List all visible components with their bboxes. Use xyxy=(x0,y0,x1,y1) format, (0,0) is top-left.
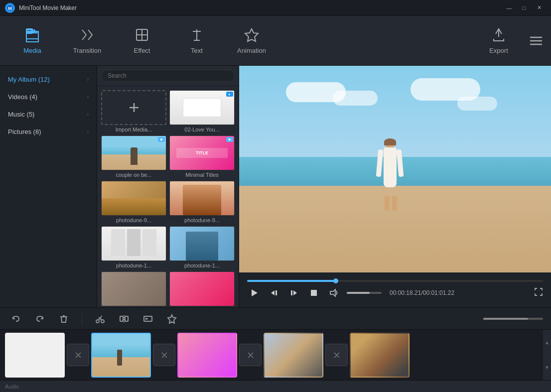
step-backward-button[interactable] xyxy=(267,286,281,300)
media-thumb-minimal: TITLE ▶ xyxy=(169,135,235,170)
list-item[interactable]: photodune-1... xyxy=(169,226,235,268)
import-media-thumb[interactable] xyxy=(101,90,166,125)
step-forward-button[interactable] xyxy=(287,286,301,300)
list-item[interactable]: photodune-9... xyxy=(101,181,166,223)
list-item[interactable]: ▶ couple on be... xyxy=(101,135,166,178)
svg-marker-18 xyxy=(271,290,275,295)
media-thumb-photo4 xyxy=(169,226,235,261)
delete-button[interactable] xyxy=(56,311,72,327)
app-title: MiniTool Movie Maker xyxy=(19,4,77,11)
undo-button[interactable] xyxy=(8,311,24,327)
video-controls: 00:00:18.21/00:01:01.22 xyxy=(239,272,551,307)
sidebar-item-videos[interactable]: Videos (4) › xyxy=(0,88,97,106)
timeline-transition-1[interactable] xyxy=(67,344,89,366)
media-label-minimal: Minimal Titles xyxy=(169,172,235,178)
volume-button[interactable] xyxy=(327,286,341,300)
titlebar: M MiniTool Movie Maker — □ ✕ xyxy=(0,0,551,16)
timeline-transition-2[interactable] xyxy=(153,344,175,366)
video-canvas xyxy=(239,66,551,272)
timeline-transition-4[interactable] xyxy=(325,344,348,366)
redo-button[interactable] xyxy=(32,311,48,327)
fullscreen-button[interactable] xyxy=(534,287,543,298)
toolbar-export[interactable]: Export xyxy=(471,18,526,63)
toolbar-media-label: Media xyxy=(23,47,41,54)
toolbar-text-label: Text xyxy=(191,47,203,54)
media-thumb-partial2 xyxy=(169,271,235,306)
list-item[interactable]: Import Media... xyxy=(101,90,166,132)
list-item[interactable]: photodune-1... xyxy=(101,226,166,268)
list-item[interactable]: TITLE ▶ Minimal Titles xyxy=(169,135,235,178)
svg-text:▶: ▶ xyxy=(229,93,231,96)
timeline-scrollbar: ▲ ▼ xyxy=(543,330,551,380)
media-thumb-02love: ▶ xyxy=(169,90,235,125)
text-overlay-button[interactable] xyxy=(140,311,156,327)
list-item[interactable] xyxy=(169,271,235,306)
split-button[interactable] xyxy=(116,311,132,327)
timeline-scroll-down[interactable]: ▼ xyxy=(543,355,551,381)
sidebar: My Album (12) › Videos (4) › Music (5) ›… xyxy=(0,66,97,307)
volume-slider[interactable] xyxy=(347,292,382,294)
svg-marker-20 xyxy=(293,290,297,295)
search-input[interactable] xyxy=(101,70,235,82)
sidebar-chevron-album: › xyxy=(87,77,89,82)
media-thumb-photo1 xyxy=(101,181,166,216)
list-item[interactable]: ▶ 02-Love You... xyxy=(169,90,235,132)
list-item[interactable]: photodune-9... xyxy=(169,181,235,223)
window-controls: — □ ✕ xyxy=(502,3,546,13)
sidebar-chevron-videos: › xyxy=(87,94,89,100)
stop-button[interactable] xyxy=(307,286,321,300)
maximize-button[interactable]: □ xyxy=(517,3,531,13)
media-label-photo1: photodune-9... xyxy=(101,217,166,223)
play-button[interactable] xyxy=(247,286,261,300)
video-preview: 00:00:18.21/00:01:01.22 xyxy=(239,66,551,307)
timeline-clip-3[interactable] xyxy=(177,333,237,378)
main-toolbar: Media Transition Effect Text Animation xyxy=(0,16,551,66)
cut-button[interactable] xyxy=(92,311,108,327)
toolbar-transition-label: Transition xyxy=(73,47,102,54)
progress-bar[interactable] xyxy=(247,280,543,282)
media-label-photo3: photodune-1... xyxy=(101,262,166,268)
svg-rect-19 xyxy=(276,290,277,295)
zoom-slider[interactable] xyxy=(483,318,543,320)
toolbar-effect[interactable]: Effect xyxy=(115,18,169,63)
sidebar-item-pictures[interactable]: Pictures (8) › xyxy=(0,123,97,140)
media-panel: Import Media... ▶ 02-Love You... xyxy=(97,66,239,307)
timeline-clip-2[interactable] xyxy=(91,333,151,378)
import-media-label: Import Media... xyxy=(101,127,166,132)
sidebar-item-album[interactable]: My Album (12) › xyxy=(0,71,97,88)
menu-button[interactable] xyxy=(526,31,546,51)
app-logo: M xyxy=(5,3,15,13)
close-button[interactable]: ✕ xyxy=(532,3,546,13)
cloud2 xyxy=(333,91,378,106)
toolbar-export-label: Export xyxy=(489,47,508,54)
list-item[interactable] xyxy=(101,271,166,306)
timeline-clip-5[interactable] xyxy=(350,333,410,378)
svg-rect-27 xyxy=(120,316,123,321)
toolbar-text[interactable]: Text xyxy=(169,18,224,63)
sidebar-chevron-music: › xyxy=(87,112,89,117)
timeline-transition-3[interactable] xyxy=(239,344,262,366)
sticker-button[interactable] xyxy=(164,311,180,327)
titlebar-left: M MiniTool Movie Maker xyxy=(5,3,77,13)
media-tag-couple: ▶ xyxy=(158,137,165,142)
media-grid-container: Import Media... ▶ 02-Love You... xyxy=(97,86,239,307)
media-label-couple: couple on be... xyxy=(101,172,166,178)
timeline-audio: Audio xyxy=(0,380,551,392)
toolbar-transition[interactable]: Transition xyxy=(60,18,115,63)
timeline-clip-4[interactable] xyxy=(264,333,323,378)
playback-controls: 00:00:18.21/00:01:01.22 xyxy=(247,286,543,300)
timeline-clip-1[interactable] xyxy=(5,333,65,378)
toolbar-effect-label: Effect xyxy=(134,47,150,54)
minimize-button[interactable]: — xyxy=(502,3,516,13)
svg-point-25 xyxy=(96,320,99,323)
svg-point-26 xyxy=(101,320,104,323)
media-thumb-partial1 xyxy=(101,271,166,306)
sidebar-item-music[interactable]: Music (5) › xyxy=(0,106,97,123)
toolbar-animation[interactable]: Animation xyxy=(224,18,279,63)
timeline-scroll-up[interactable]: ▲ xyxy=(543,330,551,355)
toolbar-media[interactable]: Media xyxy=(5,18,60,63)
progress-fill xyxy=(247,280,336,282)
volume-fill xyxy=(347,292,370,294)
audio-label: Audio xyxy=(5,384,19,390)
toolbar-animation-label: Animation xyxy=(237,47,266,54)
